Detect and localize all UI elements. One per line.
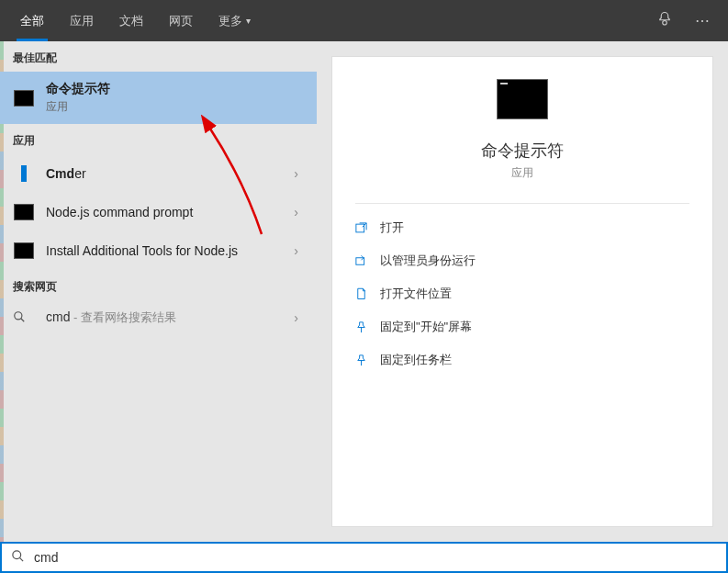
app-result-cmder[interactable]: Cmder › [0,154,317,193]
action-label: 以管理员身份运行 [380,253,476,269]
search-input[interactable] [34,550,717,565]
web-search-result[interactable]: cmd - 查看网络搜索结果 › [0,300,317,335]
web-search-text: cmd - 查看网络搜索结果 [46,309,288,326]
chevron-right-icon: › [288,243,304,258]
cmd-icon [13,241,35,261]
app-result-nodejs-tools[interactable]: Install Additional Tools for Node.js › [0,231,317,270]
action-run-as-admin[interactable]: 以管理员身份运行 [351,244,694,277]
tab-all[interactable]: 全部 [7,0,57,41]
more-icon[interactable]: ⋯ [684,12,721,29]
chevron-right-icon: › [288,205,304,219]
best-match-title: 命令提示符 [46,81,304,97]
tab-more[interactable]: 更多 ▾ [206,0,263,41]
tab-apps[interactable]: 应用 [57,0,106,41]
app-title: Install Additional Tools for Node.js [46,243,266,258]
open-icon [354,221,380,235]
tab-documents[interactable]: 文档 [106,0,156,41]
svg-point-1 [15,311,22,319]
action-pin-start[interactable]: 固定到"开始"屏幕 [351,310,694,343]
pin-icon [354,354,380,367]
pin-icon [354,320,380,334]
action-label: 打开文件位置 [380,286,452,302]
section-web: 搜索网页 [0,270,317,300]
tab-web[interactable]: 网页 [156,0,206,41]
svg-point-0 [663,20,667,25]
chevron-right-icon: › [288,166,304,181]
action-open-location[interactable]: 打开文件位置 [351,277,694,310]
feedback-icon[interactable] [645,11,684,31]
results-list: 最佳匹配 命令提示符 应用 应用 Cmder › Node.js command… [0,41,317,542]
divider [355,203,689,204]
search-icon [13,310,35,326]
section-apps: 应用 [0,124,317,154]
chevron-right-icon: › [288,310,304,325]
action-label: 打开 [380,219,404,236]
cmd-icon [13,202,35,222]
section-best-match: 最佳匹配 [0,41,317,72]
app-result-nodejs-cmd[interactable]: Node.js command prompt › [0,193,317,231]
action-open[interactable]: 打开 [351,211,694,244]
chevron-down-icon: ▾ [246,16,251,26]
detail-title: 命令提示符 [481,140,564,162]
search-bar[interactable] [0,542,728,573]
app-title: Cmder [46,166,288,181]
svg-rect-3 [356,224,364,232]
best-match-result[interactable]: 命令提示符 应用 [0,72,317,124]
svg-line-2 [21,318,25,321]
svg-line-8 [19,557,23,561]
top-tabs-bar: 全部 应用 文档 网页 更多 ▾ ⋯ [0,0,728,41]
folder-icon [354,287,380,301]
detail-panel: 命令提示符 应用 打开 以管理员身份运行 [331,56,713,527]
svg-point-7 [13,551,21,559]
best-match-subtitle: 应用 [46,99,304,115]
cmd-icon [13,88,35,108]
tab-more-label: 更多 [218,13,242,29]
action-list: 打开 以管理员身份运行 打开文件位置 [332,211,712,376]
admin-icon [354,254,380,268]
main-content: 最佳匹配 命令提示符 应用 应用 Cmder › Node.js command… [0,41,728,542]
search-icon [11,549,25,566]
action-pin-taskbar[interactable]: 固定到任务栏 [351,343,694,376]
action-label: 固定到任务栏 [380,352,452,368]
action-label: 固定到"开始"屏幕 [380,319,472,335]
cmder-icon [13,163,35,184]
detail-app-icon [497,79,548,119]
detail-subtitle: 应用 [511,165,533,181]
detail-pane-container: 命令提示符 应用 打开 以管理员身份运行 [317,41,728,542]
app-title: Node.js command prompt [46,205,288,219]
